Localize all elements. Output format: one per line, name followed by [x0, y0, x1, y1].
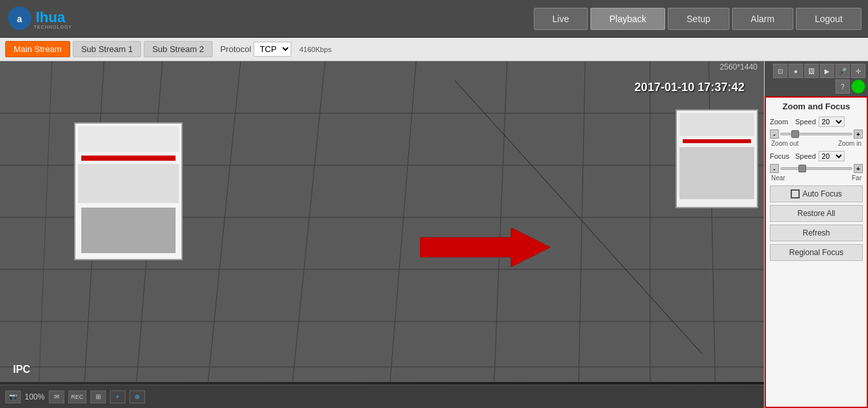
zoom-in-label: Zoom in — [838, 140, 861, 147]
email-icon[interactable]: ✉ — [49, 390, 64, 403]
right-panel: ⊡ ● 🖼 ▶ 🎤 ✛ ? Zoom and Focus Zoom Speed … — [764, 61, 868, 408]
focus-slider-thumb[interactable] — [798, 165, 806, 172]
svg-rect-24 — [81, 156, 176, 161]
nav-playback-btn[interactable]: Playback — [590, 8, 665, 30]
bitrate-display: 4160Kbps — [299, 46, 332, 53]
svg-rect-26 — [81, 208, 176, 253]
nav-logout-btn[interactable]: Logout — [796, 8, 861, 30]
nav-buttons: Live Playback Setup Alarm Logout — [534, 8, 861, 30]
zoom-slider-thumb[interactable] — [791, 130, 799, 138]
expand-icon[interactable]: ⊕ — [129, 390, 145, 403]
focus-minus-btn[interactable]: - — [770, 164, 779, 173]
sub-stream-2-btn[interactable]: Sub Stream 2 — [144, 41, 213, 57]
video-timestamp: 2017-01-10 17:37:42 — [635, 81, 744, 94]
record-panel-icon[interactable]: ● — [789, 64, 803, 78]
auto-focus-label: Auto Focus — [802, 189, 842, 198]
ipc-label: IPC — [13, 364, 31, 375]
zoom-percentage: 100% — [25, 392, 45, 401]
zoom-slider-track[interactable] — [780, 133, 852, 135]
green-indicator — [851, 79, 865, 94]
near-label: Near — [771, 174, 785, 182]
svg-rect-30 — [679, 147, 754, 199]
zoom-label: Zoom — [770, 118, 793, 126]
nav-setup-btn[interactable]: Setup — [668, 8, 730, 30]
focus-speed-label: Speed — [795, 152, 816, 160]
fullscreen-icon[interactable]: ⊞ — [90, 390, 106, 403]
protocol-label: Protocol — [220, 44, 252, 54]
restore-all-btn[interactable]: Restore All — [770, 205, 863, 222]
focus-slider-labels: Near Far — [770, 174, 863, 182]
svg-rect-29 — [683, 139, 751, 143]
ptz-icon[interactable]: ✛ — [851, 64, 865, 78]
regional-focus-btn[interactable]: Regional Focus — [770, 244, 863, 261]
zoom-plus-btn[interactable]: + — [854, 129, 863, 139]
add-icon[interactable]: + — [110, 390, 125, 403]
svg-text:a: a — [17, 14, 22, 24]
far-label: Far — [852, 174, 861, 182]
logo: a lhua TECHNOLOGY — [7, 4, 111, 33]
header: a lhua TECHNOLOGY Live Playback Setup Al… — [0, 0, 868, 38]
svg-text:TECHNOLOGY: TECHNOLOGY — [34, 25, 72, 29]
main-layout: 2560*1440 2017-01-10 17:37:42 IPC 📷 100%… — [0, 61, 868, 408]
zoom-focus-panel: Zoom and Focus Zoom Speed 20 10 30 - + — [765, 96, 868, 408]
zoom-focus-title: Zoom and Focus — [770, 102, 863, 111]
zoom-speed-label: Speed — [795, 118, 816, 126]
focus-slider-container: - + — [770, 164, 863, 173]
svg-rect-28 — [679, 113, 754, 136]
focus-speed-select[interactable]: 20 10 30 — [819, 151, 845, 161]
auto-focus-btn[interactable]: Auto Focus — [770, 185, 863, 202]
main-stream-btn[interactable]: Main Stream — [5, 41, 70, 57]
help-icon[interactable]: ? — [835, 79, 850, 94]
bottom-toolbar: 📷 100% ✉ REC ⊞ + ⊕ — [0, 385, 764, 408]
zoom-speed-select[interactable]: 20 10 30 — [819, 116, 845, 127]
resolution-label: 2560*1440 — [720, 62, 757, 72]
zoom-out-label: Zoom out — [771, 140, 798, 147]
nav-live-btn[interactable]: Live — [534, 8, 588, 30]
zoom-slider-labels: Zoom out Zoom in — [770, 140, 863, 147]
nav-alarm-btn[interactable]: Alarm — [732, 8, 794, 30]
panel-icons: ⊡ ● 🖼 ▶ 🎤 ✛ ? — [765, 61, 868, 96]
refresh-btn[interactable]: Refresh — [770, 224, 863, 241]
video-panel-icon[interactable]: ▶ — [820, 64, 834, 78]
auto-focus-icon — [791, 189, 800, 198]
mic-icon[interactable]: 🎤 — [835, 64, 850, 78]
svg-rect-23 — [78, 126, 179, 152]
video-area[interactable]: 2560*1440 2017-01-10 17:37:42 IPC 📷 100%… — [0, 61, 764, 408]
protocol-select[interactable]: TCP UDP — [254, 42, 291, 57]
zoom-slider-container: - + — [770, 129, 863, 139]
focus-speed-row: Focus Speed 20 10 30 — [770, 151, 863, 161]
focus-label: Focus — [770, 152, 793, 160]
svg-rect-25 — [78, 164, 179, 203]
focus-plus-btn[interactable]: + — [854, 164, 863, 173]
zoom-speed-row: Zoom Speed 20 10 30 — [770, 116, 863, 127]
snapshot-icon[interactable]: 📷 — [5, 390, 21, 403]
capture-icon[interactable]: ⊡ — [773, 64, 787, 78]
zoom-minus-btn[interactable]: - — [770, 129, 779, 139]
stream-bar: Main Stream Sub Stream 1 Sub Stream 2 Pr… — [0, 38, 868, 61]
sub-stream-1-btn[interactable]: Sub Stream 1 — [73, 41, 142, 57]
svg-text:lhua: lhua — [36, 9, 66, 25]
video-background: 2560*1440 2017-01-10 17:37:42 IPC — [0, 61, 764, 408]
focus-slider-track[interactable] — [780, 167, 852, 170]
snapshot-panel-icon[interactable]: 🖼 — [804, 64, 819, 78]
camera-grid-overlay — [0, 61, 764, 382]
record-icon[interactable]: REC — [68, 390, 86, 403]
